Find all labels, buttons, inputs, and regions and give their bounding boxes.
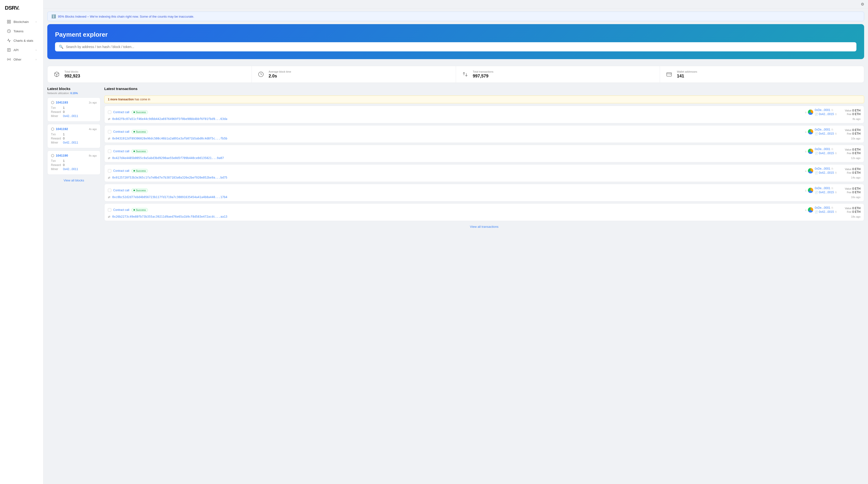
txn-checkbox-4[interactable] — [108, 189, 111, 192]
sidebar-item-other[interactable]: Other › — [2, 55, 41, 64]
search-input[interactable] — [66, 45, 852, 49]
search-bar: 🔍 — [55, 42, 857, 52]
block-number-2[interactable]: 1041190 — [51, 154, 68, 157]
txn-value-0: 0 ETH — [852, 109, 861, 112]
txn-checkbox-1[interactable] — [108, 130, 111, 133]
status-dot-1 — [133, 131, 135, 132]
txn-to-addr-5[interactable]: 0x42...0015 — [819, 210, 834, 214]
txn-type-0[interactable]: Contract call — [113, 110, 129, 114]
sidebar-item-tokens[interactable]: Tokens — [2, 27, 41, 36]
arrows-icon — [461, 70, 469, 79]
block-miner-1[interactable]: 0x42...0011 — [63, 141, 78, 144]
txn-hash-1[interactable]: 0x9431912df89306028e96dc508c46b1a2a891e3… — [112, 137, 227, 140]
txn-from-addr-1[interactable]: 0xDe...0001 — [815, 128, 830, 131]
wallet-icon — [665, 70, 674, 79]
logo: DSRV. — [0, 5, 43, 17]
status-label-2: Success — [136, 150, 146, 153]
txn-status-0: Success — [131, 110, 148, 114]
txn-avatar-4 — [808, 188, 813, 193]
txn-from-addr-2[interactable]: 0xDe...0001 — [815, 148, 830, 151]
txn-from-addr-0[interactable]: 0xDe...0001 — [815, 108, 830, 112]
txn-to-addr-0[interactable]: 0x42...0015 — [819, 112, 834, 116]
hash-icon-2: ⇄ — [108, 156, 110, 160]
txn-hash-2[interactable]: 0x427d4e4485b0055c0a5abd3bd9290ae55e0d5f… — [112, 156, 224, 160]
txn-from-addr-3[interactable]: 0xDe...0001 — [815, 167, 830, 170]
txn-to-copy-4[interactable]: ⎘ — [835, 191, 837, 194]
txn-type-1[interactable]: Contract call — [113, 130, 129, 133]
txn-value-area-1: Value 0 ETH Fee 0 ETH — [839, 128, 861, 135]
view-all-transactions-link[interactable]: View all transactions — [104, 223, 864, 230]
indexing-banner: ℹ️ 95% Blocks Indexed – We're indexing t… — [47, 11, 864, 21]
txn-avatar-2 — [808, 149, 813, 154]
latest-transactions-panel: Latest transactions 1 more transaction h… — [104, 87, 864, 230]
arrow-down-icon-2: ↓ — [805, 150, 806, 153]
txn-type-4[interactable]: Contract call — [113, 189, 129, 192]
txn-checkbox-2[interactable] — [108, 150, 111, 153]
txn-age-1: 10s ago — [851, 137, 861, 140]
txn-to-addr-4[interactable]: 0x42...0015 — [819, 191, 834, 194]
txn-to-copy-3[interactable]: ⎘ — [835, 171, 837, 174]
avg-block-time-label: Average block time — [269, 70, 291, 73]
txn-checkbox-5[interactable] — [108, 208, 111, 212]
block-txn-2: 1 — [63, 159, 65, 163]
total-blocks-value: 992,923 — [64, 73, 80, 79]
blockchain-chevron-icon: › — [36, 21, 36, 23]
txn-from-addr-5[interactable]: 0xDe...0001 — [815, 206, 830, 209]
block-miner-2[interactable]: 0x42...0011 — [63, 167, 78, 171]
txn-type-5[interactable]: Contract call — [113, 208, 129, 212]
network-util-label: Network utilization: — [47, 92, 69, 95]
block-miner-0[interactable]: 0x42...0011 — [63, 115, 78, 118]
block-number-1[interactable]: 1041192 — [51, 127, 68, 131]
view-all-blocks-link[interactable]: View all blocks — [47, 177, 100, 184]
status-label-4: Success — [136, 189, 146, 192]
txn-from-to-0: ↓ 0xDe...0001 ⎘ 📄 0x42...0015 ⎘ — [805, 108, 837, 116]
txn-checkbox-0[interactable] — [108, 110, 111, 114]
block-reward-2: 0 — [63, 163, 65, 167]
txn-value-5: 0 ETH — [852, 206, 861, 210]
txn-hash-3[interactable]: 0x9125720f53b3e365c1fa7e0bd7e7b387183a0a… — [112, 176, 227, 179]
sidebar-item-blockchain[interactable]: Blockchain › — [2, 17, 41, 26]
main-content: ⚙ ℹ️ 95% Blocks Indexed – We're indexing… — [43, 0, 868, 484]
txn-status-5: Success — [131, 208, 148, 212]
txn-from-copy-5[interactable]: ⎘ — [832, 206, 833, 209]
txn-value-area-2: Value 0 ETH Fee 0 ETH — [839, 148, 861, 155]
txn-to-addr-1[interactable]: 0x42...0015 — [819, 132, 834, 135]
txn-to-copy-1[interactable]: ⎘ — [835, 132, 837, 135]
arrow-down-icon-5: ↓ — [805, 208, 806, 212]
txn-to-copy-0[interactable]: ⎘ — [835, 113, 837, 116]
txn-to-addr-3[interactable]: 0x42...0015 — [819, 171, 834, 174]
txn-checkbox-3[interactable] — [108, 169, 111, 172]
txn-from-copy-4[interactable]: ⎘ — [832, 187, 833, 190]
txn-from-addr-4[interactable]: 0xDe...0001 — [815, 187, 830, 190]
total-transactions-value: 997,579 — [473, 73, 494, 79]
banner-text: 95% Blocks Indexed – We're indexing this… — [58, 15, 194, 18]
txn-hash-0[interactable]: 0x8d2f6c07a51cf46e44c9dbb442a69764969f5f… — [112, 117, 227, 121]
txn-to-copy-2[interactable]: ⎘ — [835, 152, 837, 155]
settings-icon[interactable]: ⚙ — [861, 2, 864, 6]
svg-point-6 — [8, 59, 9, 60]
sidebar-item-charts[interactable]: Charts & stats — [2, 36, 41, 45]
transaction-row-3: Contract call Success ↓ 0xDe...0001 ⎘ — [104, 164, 864, 182]
api-chevron-icon: › — [36, 49, 36, 52]
txn-from-copy-1[interactable]: ⎘ — [832, 128, 833, 131]
transaction-row-1: Contract call Success ↓ 0xDe...0001 ⎘ — [104, 125, 864, 143]
txn-hash-4[interactable]: 0xc0bc52d2d77ebd4b056723b117fd1719a7c308… — [112, 195, 227, 199]
txn-from-copy-0[interactable]: ⎘ — [832, 108, 833, 111]
hash-icon-1: ⇄ — [108, 137, 110, 140]
charts-icon — [7, 38, 11, 43]
txn-from-copy-3[interactable]: ⎘ — [832, 167, 833, 170]
block-number-0[interactable]: 1041193 — [51, 101, 68, 104]
txn-type-3[interactable]: Contract call — [113, 169, 129, 172]
txn-to-addr-2[interactable]: 0x42...0015 — [819, 152, 834, 155]
txn-hash-5[interactable]: 0x26b2273c49e88fb73b355ac39211d9aed76e65… — [112, 215, 227, 218]
stat-total-transactions: Total transactions 997,579 — [456, 66, 660, 83]
latest-blocks-title: Latest blocks — [47, 87, 100, 91]
txn-value-area-3: Value 0 ETH Fee 0 ETH — [839, 167, 861, 174]
hash-icon-5: ⇄ — [108, 215, 110, 218]
arrow-down-icon-4: ↓ — [805, 189, 806, 192]
svg-rect-3 — [9, 22, 10, 23]
txn-to-copy-5[interactable]: ⎘ — [835, 211, 837, 213]
sidebar-item-api[interactable]: API › — [2, 45, 41, 55]
txn-from-copy-2[interactable]: ⎘ — [832, 148, 833, 151]
txn-type-2[interactable]: Contract call — [113, 150, 129, 153]
